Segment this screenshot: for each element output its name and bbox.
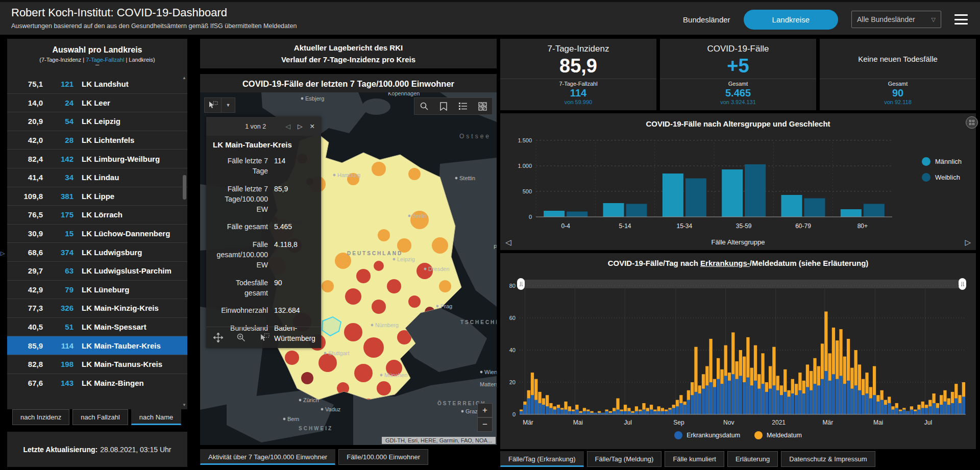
popup-close-icon[interactable]: ✕	[310, 122, 315, 130]
landkreis-row[interactable]: 82,4142LK Limburg-Weilburg	[7, 149, 187, 168]
legend-item[interactable]: Meldedatum	[754, 431, 802, 439]
svg-text:0-4: 0-4	[561, 222, 570, 230]
list-scrollbar[interactable]: ▲ ▼	[182, 76, 187, 407]
timeseries-tab[interactable]: Fälle/Tag (Erkrankung)	[500, 451, 584, 467]
erkrankungs-link[interactable]: Erkrankungs-	[700, 259, 750, 267]
map-label: Nürnberg	[375, 322, 399, 328]
landkreis-row[interactable]: 76,5175LK Lörrach	[7, 205, 187, 224]
landkreis-row[interactable]: 42,028LK Lichtenfels	[7, 131, 187, 150]
sort-tab[interactable]: nach Inzidenz	[12, 409, 69, 425]
row-inzidenz: 77,3	[7, 304, 43, 312]
menu-icon[interactable]	[954, 14, 968, 24]
sort-tab[interactable]: nach Name	[131, 409, 181, 425]
search-icon[interactable]	[414, 98, 434, 114]
basemap-icon[interactable]	[473, 98, 492, 114]
sort-tab[interactable]: nach Fallzahl	[72, 409, 128, 425]
expand-left-panel-icon[interactable]: ▷	[1, 250, 5, 257]
scroll-down-icon[interactable]: ▼	[182, 403, 187, 407]
svg-text:15-34: 15-34	[676, 222, 692, 230]
popup-field: Fälle gesamt/100.000 EW4.118,8	[213, 239, 314, 270]
landkreis-row[interactable]: 85,9114LK Main-Tauber-Kreis	[7, 336, 187, 355]
map-select-tool-button[interactable]	[204, 97, 222, 113]
svg-text:Mai: Mai	[573, 419, 583, 426]
popup-field-label: Fälle letzte 7 Tage/100.000 EW	[213, 184, 268, 215]
landkreis-row[interactable]: 29,763LK Ludwigslust-Parchim	[7, 261, 187, 280]
row-inzidenz: 75,1	[7, 80, 43, 88]
legend-item[interactable]: Erkrankungsdatum	[674, 431, 740, 439]
card-sub-of: von 3.924.131	[660, 99, 816, 105]
landkreis-row[interactable]: 77,3326LK Main-Kinzig-Kreis	[7, 299, 187, 317]
bookmark-icon[interactable]	[434, 98, 453, 114]
legend-item[interactable]: Weiblich	[922, 173, 962, 182]
row-fallzahl: 63	[43, 266, 75, 275]
last-update-label: Letzte Aktualisierung:	[23, 446, 97, 454]
map-label: DEUTSCHLAND	[347, 251, 403, 256]
landkreis-row[interactable]: 42,979LK Lüneburg	[7, 280, 187, 299]
row-fallzahl: 143	[43, 379, 75, 387]
popup-field: Todesfälle gesamt90	[213, 278, 314, 299]
row-name: LK Lichtenfels	[75, 136, 180, 144]
map-zoom-in-button[interactable]: +	[477, 403, 493, 417]
landkreis-row[interactable]: 75,1121LK Landshut	[7, 75, 187, 93]
timeseries-tab[interactable]: Fälle/Tag (Meldung)	[587, 451, 662, 467]
map-tab[interactable]: Fälle/100.000 Einwohner	[338, 449, 428, 465]
row-inzidenz: 42,0	[7, 136, 43, 144]
map-label: Stettin	[459, 175, 475, 181]
row-fallzahl: 28	[43, 136, 75, 144]
popup-prev-icon[interactable]: ◁	[285, 122, 290, 130]
svg-text:Mär: Mär	[523, 419, 533, 426]
landkreis-row[interactable]: 68,6374LK Ludwigsburg	[7, 242, 187, 261]
germany-map[interactable]: EsbjergKopenhagenOstseeStettinHamburgHan…	[200, 92, 497, 445]
popup-field-value: 90	[274, 278, 314, 299]
popup-field-value: 85,9	[274, 184, 314, 215]
row-inzidenz: 76,5	[7, 210, 43, 219]
lagebericht-line1[interactable]: Aktueller Lagebericht des RKI	[294, 42, 403, 54]
collapse-panel-icon[interactable]: –	[7, 63, 187, 67]
map-tab[interactable]: Aktivität über 7 Tage/100.000 Einwohner	[200, 449, 335, 465]
bundesland-dropdown[interactable]: Alle Bundesländer ▽	[851, 11, 941, 28]
scroll-up-icon[interactable]: ▲	[182, 76, 187, 80]
scrollbar-thumb[interactable]	[183, 175, 186, 200]
legend-item[interactable]: Männlich	[922, 157, 962, 166]
map-label: Hamburg	[337, 172, 360, 178]
popup-field: Fälle letzte 7 Tage114	[213, 156, 314, 177]
timeseries-tab[interactable]: Erläuterung	[727, 451, 778, 467]
row-inzidenz: 20,9	[7, 117, 43, 126]
timeseries-panel: COVID-19-Fälle/Tag nach Erkrankungs-/Mel…	[500, 253, 976, 449]
card-title: Keine neuen Todesfälle	[820, 39, 976, 79]
next-chart-icon[interactable]: ▷	[965, 238, 971, 247]
landkreis-row[interactable]: 82,8198LK Main-Taunus-Kreis	[7, 355, 187, 374]
popup-field-label: Fälle letzte 7 Tage	[213, 156, 268, 177]
landkreis-row[interactable]: 14,024LK Leer	[7, 93, 187, 112]
panel-options-button[interactable]	[966, 116, 978, 129]
timeseries-tab[interactable]: Fälle kumuliert	[665, 451, 724, 467]
pan-icon[interactable]	[213, 333, 223, 342]
map-zoom-out-button[interactable]: −	[477, 417, 493, 432]
landkreis-row[interactable]: 67,6143LK Mainz-Bingen	[7, 374, 187, 392]
row-fallzahl: 15	[43, 229, 75, 238]
map-tool-dropdown-button[interactable]: ▼	[221, 97, 235, 113]
landkreis-row[interactable]: 30,915LK Lüchow-Dannenberg	[7, 224, 187, 243]
select-feature-icon[interactable]	[259, 333, 270, 342]
landkreis-row[interactable]: 41,434LK Lindau	[7, 168, 187, 187]
card-todesfaelle: Keine neuen Todesfälle Gesamt 90 von 92.…	[820, 39, 976, 110]
nav-bundeslaender[interactable]: Bundesländer	[683, 15, 730, 24]
popup-field-label: Einwohnerzahl	[213, 305, 268, 315]
popup-field-label: Fälle gesamt	[213, 221, 268, 232]
last-update-panel: Letzte Aktualisierung: 28.08.2021, 03:15…	[7, 432, 187, 467]
legend-list-icon[interactable]	[453, 98, 473, 114]
map-label: München	[384, 372, 407, 378]
nav-landkreise-button[interactable]: Landkreise	[744, 10, 838, 30]
row-name: LK Main-Spessart	[75, 323, 180, 331]
landkreis-row[interactable]: 20,954LK Leipzig	[7, 112, 187, 131]
prev-chart-icon[interactable]: ◁	[505, 238, 511, 247]
card-sub-value: 90	[820, 87, 976, 99]
card-sub-value: 5.465	[660, 87, 816, 99]
landkreis-row[interactable]: 40,551LK Main-Spessart	[7, 317, 187, 336]
map-label: Vaduz	[325, 406, 340, 412]
lagebericht-line2[interactable]: Verlauf der 7-Tage-Inzidenz pro Kreis	[281, 54, 415, 65]
popup-next-icon[interactable]: ▷	[298, 122, 303, 130]
timeseries-tab[interactable]: Datenschutz & Impressum	[781, 451, 875, 467]
zoom-to-icon[interactable]	[236, 333, 246, 342]
landkreis-row[interactable]: 109,8381LK Lippe	[7, 187, 187, 206]
